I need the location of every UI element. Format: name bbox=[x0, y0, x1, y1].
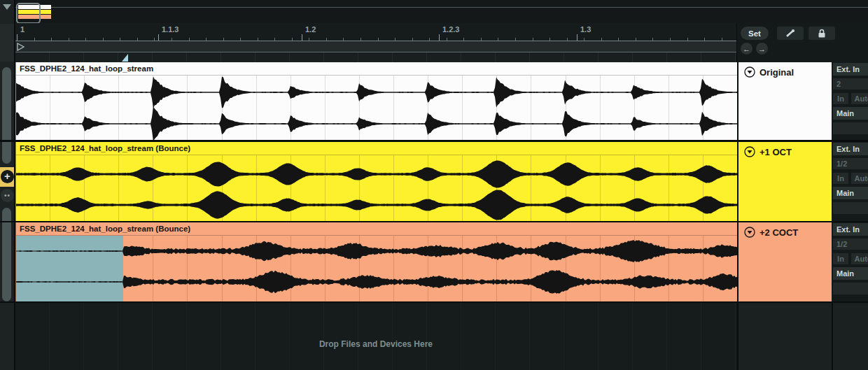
ruler-label: 1.1.3 bbox=[162, 25, 178, 34]
io-panel: Ext. In 1/2 In Auto Main bbox=[833, 222, 868, 301]
ruler-tick bbox=[567, 38, 568, 41]
track-header[interactable]: Original bbox=[737, 62, 832, 140]
chevron-down-icon[interactable] bbox=[3, 4, 11, 10]
track-row-plus1oct: FSS_DPHE2_124_hat_loop_stream (Bounce) +… bbox=[0, 142, 868, 221]
ruler-label: 1.3 bbox=[580, 25, 591, 34]
waveform-channel bbox=[16, 76, 737, 108]
audio-clip[interactable]: FSS_DPHE2_124_hat_loop_stream bbox=[15, 62, 737, 140]
input-type-chooser[interactable]: Ext. In bbox=[833, 63, 868, 76]
waveform-display[interactable] bbox=[16, 155, 737, 221]
ruler-label: 1.2 bbox=[305, 25, 316, 34]
monitor-auto-button[interactable]: Auto bbox=[851, 93, 868, 104]
scrub-area[interactable] bbox=[15, 41, 736, 52]
ruler-tick bbox=[206, 38, 206, 41]
clip-title[interactable]: FSS_DPHE2_124_hat_loop_stream (Bounce) bbox=[16, 222, 737, 236]
ruler-tick bbox=[172, 38, 172, 41]
ruler-tick bbox=[120, 38, 120, 41]
ruler-tick bbox=[34, 38, 35, 41]
output-chooser[interactable]: Main bbox=[833, 187, 868, 199]
input-type-chooser[interactable]: Ext. In bbox=[833, 223, 868, 236]
ruler-label-tick bbox=[158, 34, 159, 41]
ruler-tick bbox=[636, 38, 636, 41]
ruler-tick bbox=[189, 38, 190, 41]
output-chooser[interactable]: Main bbox=[833, 267, 868, 280]
set-button[interactable]: Set bbox=[741, 27, 769, 40]
track-name: +1 OCT bbox=[760, 147, 792, 157]
ruler-tick bbox=[51, 38, 52, 41]
ruler-tick bbox=[103, 38, 104, 41]
ruler-tick bbox=[137, 38, 138, 41]
waveform-channel bbox=[16, 190, 737, 220]
monitor-in-button[interactable]: In bbox=[833, 253, 848, 264]
clip-title[interactable]: FSS_DPHE2_124_hat_loop_stream (Bounce) bbox=[16, 142, 737, 155]
ruler-tick bbox=[652, 38, 653, 41]
waveform-display[interactable] bbox=[16, 76, 737, 140]
io-empty-box bbox=[833, 202, 868, 214]
audio-clip[interactable]: FSS_DPHE2_124_hat_loop_stream (Bounce) bbox=[15, 142, 737, 221]
ruler-tick bbox=[274, 38, 275, 41]
ruler-label-tick bbox=[439, 34, 440, 41]
monitor-auto-button[interactable]: Auto bbox=[851, 253, 868, 264]
track-name: +2 COCT bbox=[760, 227, 798, 238]
ruler-tick bbox=[378, 38, 379, 41]
unfold-track-icon[interactable] bbox=[744, 227, 755, 238]
ruler-tick bbox=[240, 38, 241, 41]
unfold-track-icon[interactable] bbox=[744, 66, 755, 78]
monitor-auto-button[interactable]: Auto bbox=[851, 173, 868, 184]
track-header[interactable]: +1 OCT bbox=[737, 142, 832, 221]
input-channel-chooser[interactable]: 1/2 bbox=[833, 239, 868, 250]
lock-icon bbox=[817, 28, 827, 38]
ruler-tick bbox=[309, 38, 309, 41]
monitor-in-button[interactable]: In bbox=[833, 173, 848, 184]
audio-clip[interactable]: FSS_DPHE2_124_hat_loop_stream (Bounce) bbox=[15, 222, 737, 301]
waveform-display[interactable] bbox=[16, 236, 737, 301]
draw-mode-button[interactable] bbox=[777, 27, 804, 40]
loop-marker-strip[interactable] bbox=[15, 52, 736, 62]
ruler-label: 1 bbox=[20, 25, 24, 34]
panel-divider bbox=[832, 303, 833, 370]
ruler-tick bbox=[618, 38, 619, 41]
waveform-channel bbox=[16, 240, 737, 262]
io-empty-box bbox=[833, 122, 868, 134]
track-row-plus2oct: FSS_DPHE2_124_hat_loop_stream (Bounce) +… bbox=[0, 222, 868, 301]
overview-zoom-window[interactable] bbox=[16, 3, 41, 24]
ruler-label-tick bbox=[577, 34, 578, 41]
input-channel-chooser[interactable]: 1/2 bbox=[833, 158, 868, 169]
ruler-label-tick bbox=[302, 34, 302, 41]
ruler-tick bbox=[601, 38, 602, 41]
ruler-tick bbox=[704, 38, 705, 41]
ruler-tick bbox=[223, 38, 224, 41]
ruler-tick bbox=[498, 38, 498, 41]
output-chooser[interactable]: Main bbox=[833, 107, 868, 120]
track-header[interactable]: +2 COCT bbox=[737, 222, 832, 301]
waveform-channel bbox=[16, 106, 737, 140]
empty-track-area[interactable]: Drop Files and Devices Here bbox=[15, 303, 736, 370]
ruler-tick bbox=[429, 38, 430, 41]
input-channel-chooser[interactable]: 2 bbox=[833, 78, 868, 90]
unfold-track-icon[interactable] bbox=[744, 146, 755, 157]
ruler-tick bbox=[69, 38, 69, 41]
ruler-tick bbox=[687, 38, 688, 41]
clip-title[interactable]: FSS_DPHE2_124_hat_loop_stream bbox=[16, 62, 737, 76]
lock-envelopes-button[interactable] bbox=[808, 27, 835, 40]
back-button[interactable]: ← bbox=[741, 43, 752, 55]
bottom-right-panel bbox=[737, 303, 868, 370]
arrow-right-icon: → bbox=[758, 45, 766, 53]
ruler-tick bbox=[584, 38, 584, 41]
forward-button[interactable]: → bbox=[756, 43, 768, 55]
monitor-in-button[interactable]: In bbox=[833, 93, 848, 104]
arrangement-overview[interactable] bbox=[15, 0, 868, 23]
ruler-tick bbox=[360, 38, 361, 41]
beat-time-ruler[interactable]: 11.1.31.21.2.31.3 bbox=[15, 23, 736, 41]
ruler-tick bbox=[412, 38, 413, 41]
input-type-chooser[interactable]: Ext. In bbox=[833, 143, 868, 155]
ruler-tick bbox=[292, 38, 293, 41]
draw-icon bbox=[784, 28, 797, 38]
ruler-tick bbox=[85, 38, 86, 41]
insert-marker-icon[interactable] bbox=[122, 54, 128, 62]
waveform-channel bbox=[16, 270, 737, 294]
waveform-channel bbox=[16, 161, 737, 188]
ruler-tick bbox=[395, 38, 396, 41]
ruler-tick bbox=[481, 38, 482, 41]
ruler-tick bbox=[326, 38, 327, 41]
